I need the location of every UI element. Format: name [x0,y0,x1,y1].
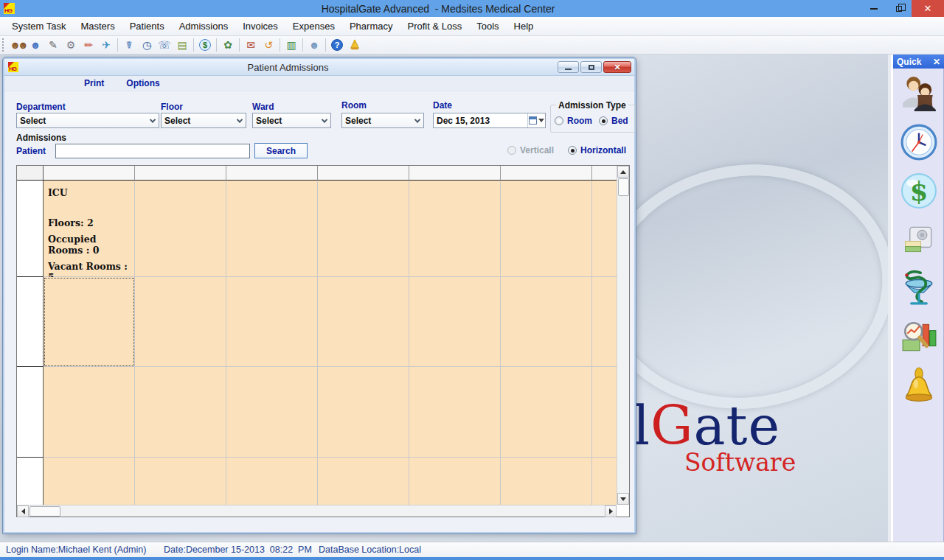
patient-icon[interactable]: ☻ [27,38,44,53]
sidebar-icon-pharmacy[interactable] [900,269,938,307]
grid-row-header[interactable] [17,367,44,458]
child-close-button[interactable]: ✕ [603,61,631,73]
grid-cell[interactable] [501,458,592,505]
grid-cell[interactable] [226,277,318,367]
grid-cell[interactable] [318,458,409,505]
grid-cell[interactable] [501,367,592,458]
department-select[interactable]: Select [16,113,159,128]
sidebar-icon-expenses[interactable] [900,220,938,259]
undo-icon[interactable]: ↺ [260,38,277,53]
grid-cell[interactable] [409,367,501,458]
scroll-right-button[interactable] [605,505,617,517]
menu-tools[interactable]: Tools [469,18,506,35]
scroll-down-button[interactable] [617,493,629,505]
caduceus-icon[interactable]: ☤ [120,38,138,53]
grid-cell[interactable] [409,458,501,505]
dollar-icon[interactable]: $ [196,38,214,53]
child-titlebar[interactable]: HG Patient Admissions ✕ [4,59,634,76]
child-maximize-button[interactable] [580,61,602,73]
grid-cell[interactable] [226,181,318,277]
grid-header-cell[interactable] [318,166,409,181]
grid-header-cell[interactable] [135,166,226,181]
report-icon[interactable]: ▥ [282,38,300,53]
grid-row-header[interactable] [17,277,44,367]
scroll-left-button[interactable] [17,505,29,517]
staff-icon[interactable]: ☻ [305,38,323,53]
close-button[interactable]: ✕ [912,0,944,17]
grid-cell[interactable] [501,181,592,277]
horizontal-scroll-thumb[interactable] [30,506,60,517]
clock-icon[interactable]: ◷ [138,38,156,53]
menu-admissions[interactable]: Admissions [172,18,235,35]
grid-header-cell[interactable] [226,166,318,181]
marker-icon[interactable]: ✏ [80,38,97,53]
quick-close-icon[interactable]: ✕ [933,57,940,67]
patient-search-input[interactable] [55,144,250,158]
mail-icon[interactable]: ✉ [242,38,260,53]
grid-cell[interactable] [226,458,318,505]
sidebar-icon-patients[interactable] [900,74,938,113]
menu-expenses[interactable]: Expenses [285,18,342,35]
grid-cell[interactable] [318,277,409,367]
sidebar-icon-alerts[interactable] [900,366,938,405]
help-icon[interactable]: ? [328,38,346,53]
menu-invoices[interactable]: Invoices [235,18,285,35]
vertical-scrollbar[interactable] [617,166,629,505]
grid-header-cell[interactable] [592,166,617,181]
grid-cell[interactable] [135,458,226,505]
grid-cell[interactable] [409,277,501,367]
grid-cell[interactable] [592,458,617,505]
menu-patients[interactable]: Patients [122,18,172,35]
grid-cell-icu-summary[interactable]: ICU Floors: 2 Occupied Rooms : 0 Vacant … [44,181,135,277]
grid-header-cell[interactable] [44,166,135,181]
calendar-icon[interactable] [527,113,545,127]
menu-pharmacy[interactable]: Pharmacy [342,18,400,35]
grid-cell[interactable] [501,277,592,367]
ward-select[interactable]: Select [252,113,331,128]
toolbar-grip[interactable] [2,38,6,52]
child-menu-options[interactable]: Options [126,78,159,88]
grid-cell[interactable] [318,367,409,458]
restore-button[interactable] [886,0,912,17]
sidebar-icon-schedule[interactable] [900,123,938,161]
vertical-scroll-thumb[interactable] [618,178,629,196]
grid-row-header[interactable] [17,181,44,277]
admission-type-bed-radio[interactable]: Bed [599,116,628,126]
child-minimize-button[interactable] [558,61,579,73]
grid-cell[interactable] [592,367,617,458]
menu-system-task[interactable]: System Task [4,18,73,35]
bell-icon[interactable] [346,38,364,53]
signature-icon[interactable]: ✎ [44,38,62,53]
minimize-button[interactable] [861,0,886,17]
transport-icon[interactable]: ✈ [97,38,115,53]
horizontal-scrollbar[interactable] [17,505,617,517]
grid-cell[interactable] [409,181,501,277]
grid-cell[interactable] [318,181,409,277]
scroll-up-button[interactable] [617,166,629,178]
equipment-icon[interactable]: ⚙ [62,38,80,53]
grid-cell[interactable] [135,181,226,277]
menu-profit-loss[interactable]: Profit & Loss [400,18,469,35]
grid-cell[interactable] [44,458,135,505]
room-select[interactable]: Select [341,113,424,128]
sidebar-icon-reports[interactable] [900,318,938,356]
grid-cell[interactable] [135,277,226,367]
search-button[interactable]: Search [254,143,308,158]
fax-icon[interactable]: ☏ [156,38,173,53]
grid-header-cell[interactable] [501,166,592,181]
grid-cell-selected[interactable] [44,277,135,367]
grid-cell[interactable] [592,181,617,277]
grid-cell[interactable] [135,367,226,458]
grid-cell[interactable] [226,367,318,458]
menu-masters[interactable]: Masters [73,18,122,35]
grid-cell[interactable] [44,367,135,458]
sidebar-icon-billing[interactable]: $ [900,172,938,210]
date-picker[interactable]: Dec 15, 2013 [433,113,546,128]
horizontal-orientation-radio[interactable]: Horizontall [568,145,626,155]
grid-cell[interactable] [592,277,617,367]
grid-corner-cell[interactable] [17,166,44,181]
child-menu-print[interactable]: Print [84,78,104,88]
herb-icon[interactable]: ✿ [219,38,237,53]
invoice-icon[interactable]: ▤ [173,38,191,53]
grid-row-header[interactable] [17,458,44,505]
